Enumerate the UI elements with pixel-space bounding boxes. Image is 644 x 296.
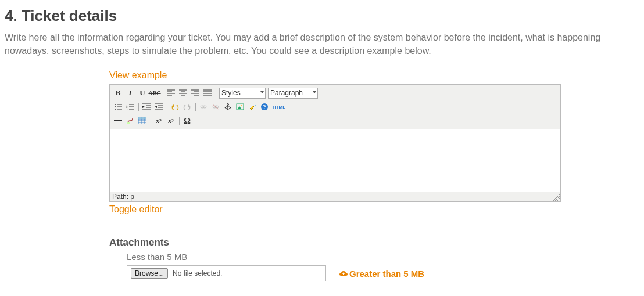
greater-upload-label: Greater than 5 MB — [349, 269, 424, 279]
separator — [179, 117, 180, 125]
svg-rect-66 — [343, 273, 344, 275]
paragraph-select-label: Paragraph — [270, 89, 303, 97]
svg-rect-57 — [127, 122, 130, 124]
separator — [163, 89, 163, 97]
outdent-button[interactable] — [141, 101, 152, 113]
svg-rect-64 — [138, 117, 146, 119]
svg-point-16 — [115, 104, 116, 105]
align-center-button[interactable] — [177, 87, 189, 99]
view-example-link[interactable]: View example — [109, 70, 167, 81]
separator — [167, 103, 167, 111]
horizontal-rule-button[interactable] — [112, 115, 124, 127]
italic-button[interactable]: I — [124, 87, 136, 99]
svg-marker-29 — [142, 106, 145, 108]
undo-button[interactable] — [169, 101, 181, 113]
svg-point-50 — [241, 105, 242, 106]
bullet-list-button[interactable] — [112, 101, 124, 113]
svg-point-18 — [115, 106, 116, 107]
svg-point-41 — [203, 106, 206, 108]
styles-select-label: Styles — [221, 89, 241, 97]
toggle-editor-link[interactable]: Toggle editor — [109, 204, 163, 215]
svg-marker-34 — [155, 106, 157, 108]
underline-button[interactable]: U — [137, 87, 148, 99]
cleanup-button[interactable] — [246, 101, 258, 113]
styles-select[interactable]: Styles — [219, 88, 266, 99]
toolbar-row-3: x2 x2 Ω — [112, 114, 558, 128]
separator — [195, 103, 196, 111]
greater-upload-link[interactable]: Greater than 5 MB — [339, 269, 424, 279]
rich-text-editor: B I U ABC Styles — [109, 84, 561, 202]
resize-grip-icon[interactable] — [553, 194, 560, 201]
editor-textarea[interactable] — [110, 129, 560, 192]
image-button[interactable] — [234, 101, 246, 113]
svg-marker-51 — [250, 106, 254, 110]
subscript-button[interactable]: x2 — [153, 115, 164, 127]
separator — [151, 117, 151, 125]
svg-text:?: ? — [263, 104, 266, 110]
superscript-button[interactable]: x2 — [165, 115, 177, 127]
browse-button[interactable]: Browse... — [131, 268, 168, 279]
chevron-down-icon — [313, 91, 316, 93]
file-upload-row: Browse... No file selected. Greater than… — [127, 265, 563, 281]
unlink-button[interactable] — [210, 101, 221, 113]
separator — [138, 103, 139, 111]
link-button[interactable] — [198, 101, 209, 113]
toolbar-row-2: 123 — [112, 100, 558, 114]
svg-line-52 — [254, 103, 255, 104]
anchor-button[interactable] — [222, 101, 234, 113]
bold-button[interactable]: B — [112, 87, 124, 99]
align-left-button[interactable] — [165, 87, 177, 99]
attachments-less-label: Less than 5 MB — [127, 252, 563, 262]
svg-rect-48 — [237, 104, 244, 110]
file-input-box: Browse... No file selected. — [127, 265, 326, 281]
table-button[interactable] — [137, 115, 148, 127]
numbered-list-button[interactable]: 123 — [124, 101, 136, 113]
svg-line-44 — [213, 104, 219, 109]
svg-point-20 — [115, 109, 116, 110]
remove-format-button[interactable] — [124, 115, 136, 127]
file-selected-label: No file selected. — [173, 269, 222, 277]
separator — [216, 89, 216, 97]
redo-button[interactable] — [181, 101, 193, 113]
help-button[interactable]: ? — [259, 101, 270, 113]
svg-text:3: 3 — [126, 108, 128, 110]
attachments-title: Attachments — [109, 237, 563, 248]
section-description: Write here all the information regarding… — [5, 31, 632, 57]
editor-toolbar: B I U ABC Styles — [110, 85, 560, 129]
svg-line-53 — [255, 105, 256, 106]
paragraph-select[interactable]: Paragraph — [268, 88, 318, 99]
html-button[interactable]: HTML — [271, 101, 287, 113]
strikethrough-button[interactable]: ABC — [149, 87, 160, 99]
cloud-upload-icon — [339, 270, 348, 277]
align-right-button[interactable] — [189, 87, 201, 99]
section-title: 4. Ticket details — [5, 7, 639, 25]
chevron-down-icon — [260, 91, 264, 93]
align-justify-button[interactable] — [202, 87, 213, 99]
editor-path-text: Path: p — [112, 193, 134, 201]
toolbar-row-1: B I U ABC Styles — [112, 86, 558, 100]
editor-block: View example B I U ABC — [109, 70, 563, 281]
indent-button[interactable] — [153, 101, 164, 113]
svg-marker-49 — [238, 106, 241, 109]
editor-path-bar: Path: p — [110, 192, 560, 201]
special-char-button[interactable]: Ω — [181, 115, 193, 127]
